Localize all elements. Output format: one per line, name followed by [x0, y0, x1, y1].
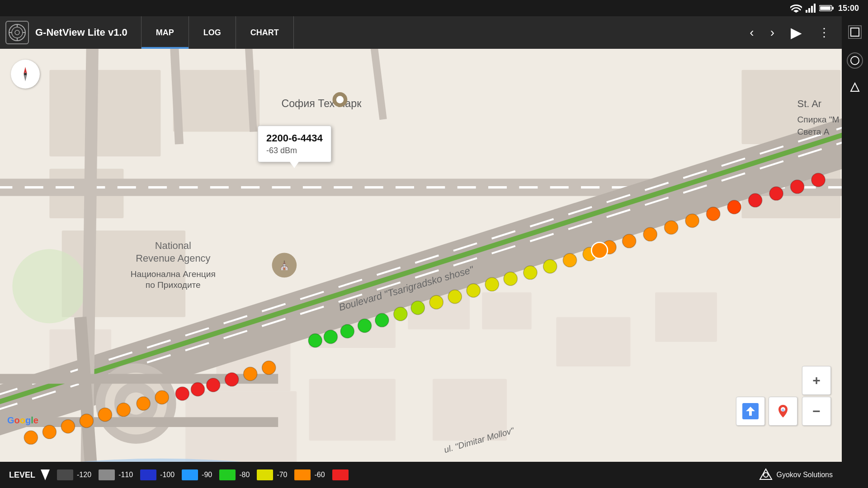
- legend-color-120: [57, 469, 73, 480]
- svg-point-86: [727, 200, 741, 214]
- status-time: 15:00: [838, 4, 859, 13]
- zoom-out-button[interactable]: −: [802, 397, 831, 426]
- svg-point-94: [225, 373, 239, 386]
- level-arrow-icon: [41, 469, 50, 480]
- tooltip-value: -63 dBm: [266, 146, 323, 155]
- right-nav-circle-button[interactable]: [847, 52, 863, 69]
- svg-rect-29: [309, 379, 396, 441]
- toolbar: G-NetView Lite v1.0 MAP LOG CHART ‹ › ▶ …: [0, 16, 842, 49]
- signal-icon: [806, 4, 816, 13]
- compass[interactable]: [11, 60, 40, 89]
- prev-button[interactable]: ‹: [742, 21, 761, 44]
- svg-point-75: [504, 272, 517, 286]
- svg-point-31: [12, 249, 86, 323]
- svg-point-65: [324, 330, 337, 343]
- tab-log[interactable]: LOG: [189, 16, 236, 49]
- svg-point-100: [80, 414, 93, 427]
- svg-rect-15: [49, 70, 160, 156]
- svg-point-66: [340, 324, 354, 338]
- legend-text-90: -90: [202, 471, 212, 479]
- legend-item-red: [332, 469, 349, 480]
- gyokov-logo: Gyokov Solutions: [759, 468, 833, 482]
- svg-point-73: [467, 284, 480, 297]
- svg-text:по Приходите: по Приходите: [146, 280, 201, 290]
- svg-point-81: [623, 235, 636, 248]
- svg-point-101: [98, 408, 112, 422]
- svg-point-78: [563, 253, 576, 267]
- svg-point-99: [61, 420, 75, 433]
- legend-color-60: [294, 469, 311, 480]
- svg-point-104: [155, 390, 169, 404]
- svg-rect-5: [820, 6, 830, 10]
- svg-marker-115: [760, 469, 772, 479]
- svg-marker-114: [41, 469, 50, 480]
- next-button[interactable]: ›: [763, 21, 782, 44]
- svg-point-70: [411, 301, 425, 314]
- status-bar: 15:00: [0, 0, 868, 16]
- svg-point-9: [15, 30, 19, 35]
- svg-point-116: [764, 473, 768, 477]
- svg-rect-24: [556, 317, 630, 366]
- svg-point-102: [117, 403, 130, 417]
- right-nav-triangle-button[interactable]: [850, 82, 860, 94]
- tab-map[interactable]: MAP: [141, 16, 189, 49]
- legend-text-110: -110: [118, 471, 133, 479]
- svg-point-90: [811, 173, 825, 187]
- legend-text-100: -100: [160, 471, 175, 479]
- svg-rect-1: [808, 8, 810, 13]
- tooltip-title: 2200-6-4434: [266, 132, 323, 144]
- legend-color-70: [257, 469, 273, 480]
- map-area[interactable]: Boulevard "Tsarigradsko shose" ul. "Dimi…: [0, 49, 842, 462]
- svg-point-69: [394, 307, 407, 321]
- square-icon: [850, 27, 860, 37]
- map-zoom-buttons: + −: [802, 366, 831, 426]
- svg-rect-23: [482, 292, 531, 329]
- wifi-icon: [790, 4, 802, 13]
- legend-text-60: -60: [314, 471, 325, 479]
- svg-text:National: National: [155, 240, 191, 251]
- battery-icon: [819, 5, 834, 12]
- svg-point-91: [175, 387, 189, 400]
- zoom-in-button[interactable]: +: [802, 366, 831, 395]
- legend-label: LEVEL: [9, 470, 35, 480]
- svg-point-118: [851, 56, 859, 65]
- svg-point-64: [308, 334, 322, 347]
- svg-point-76: [524, 266, 537, 279]
- more-button[interactable]: ⋮: [811, 21, 836, 44]
- legend-text-80: -80: [239, 471, 250, 479]
- app-logo: [5, 21, 29, 44]
- legend-item-110: -110: [99, 469, 133, 480]
- svg-point-97: [24, 431, 38, 444]
- directions-button[interactable]: [736, 397, 765, 426]
- legend-color-red: [332, 469, 349, 480]
- svg-rect-6: [832, 7, 834, 9]
- svg-point-84: [685, 214, 699, 227]
- circle-icon: [850, 56, 860, 66]
- svg-point-108: [24, 73, 27, 75]
- map-background: Boulevard "Tsarigradsko shose" ul. "Dimi…: [0, 49, 842, 462]
- legend-item-80: -80: [219, 469, 250, 480]
- svg-point-92: [191, 383, 204, 396]
- svg-text:София Тех Парк: София Тех Парк: [281, 98, 362, 109]
- svg-point-96: [262, 361, 276, 375]
- nav-tabs: MAP LOG CHART: [141, 16, 294, 49]
- toolbar-actions: ‹ › ▶ ⋮: [742, 19, 836, 46]
- legend-text-70: -70: [277, 471, 287, 479]
- svg-point-63: [336, 96, 344, 103]
- tab-chart[interactable]: CHART: [236, 16, 294, 49]
- svg-rect-25: [655, 292, 717, 342]
- svg-marker-119: [851, 83, 859, 91]
- svg-rect-117: [851, 28, 859, 36]
- svg-text:Национална Агенция: Национална Агенция: [131, 269, 216, 279]
- google-logo: Google: [7, 415, 38, 426]
- svg-point-105: [591, 242, 608, 258]
- app-title: G-NetView Lite v1.0: [35, 27, 127, 38]
- play-button[interactable]: ▶: [783, 19, 809, 46]
- right-nav: [842, 16, 868, 488]
- google-maps-button[interactable]: G: [769, 397, 797, 426]
- legend-item-60: -60: [294, 469, 325, 480]
- legend-color-90: [182, 469, 198, 480]
- svg-point-88: [769, 187, 783, 200]
- right-nav-square-button[interactable]: [848, 25, 862, 39]
- svg-point-67: [358, 319, 372, 333]
